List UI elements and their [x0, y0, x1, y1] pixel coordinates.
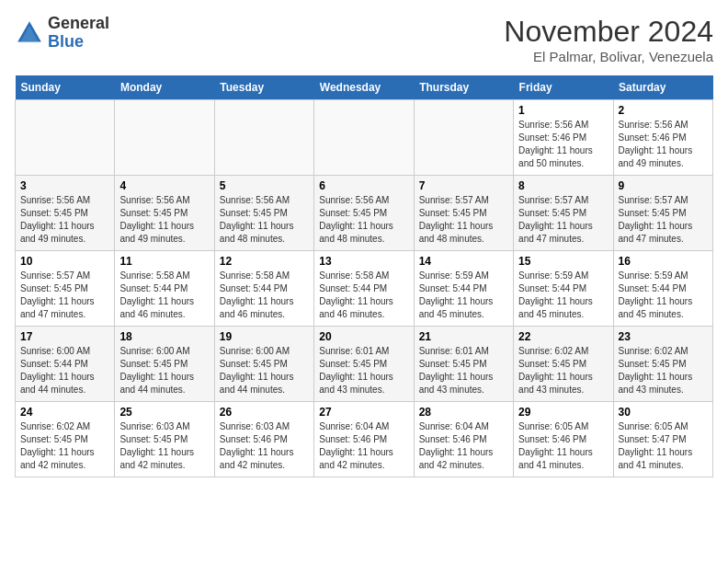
- weekday-header-tuesday: Tuesday: [214, 75, 313, 100]
- calendar-cell: 17Sunrise: 6:00 AM Sunset: 5:44 PM Dayli…: [16, 327, 115, 402]
- day-info: Sunrise: 5:57 AM Sunset: 5:45 PM Dayligh…: [518, 194, 608, 246]
- day-number: 19: [220, 330, 309, 343]
- day-info: Sunrise: 5:59 AM Sunset: 5:44 PM Dayligh…: [619, 270, 708, 321]
- day-number: 11: [119, 255, 209, 268]
- day-info: Sunrise: 5:58 AM Sunset: 5:44 PM Dayligh…: [119, 270, 209, 321]
- calendar-cell: [16, 100, 115, 176]
- calendar-cell: 6Sunrise: 5:56 AM Sunset: 5:45 PM Daylig…: [314, 176, 414, 251]
- calendar-table: SundayMondayTuesdayWednesdayThursdayFrid…: [15, 75, 713, 477]
- calendar-cell: 29Sunrise: 6:05 AM Sunset: 5:46 PM Dayli…: [514, 402, 613, 477]
- day-number: 5: [220, 179, 309, 192]
- day-number: 18: [119, 330, 209, 343]
- weekday-header-wednesday: Wednesday: [314, 75, 414, 100]
- calendar-cell: 12Sunrise: 5:58 AM Sunset: 5:44 PM Dayli…: [214, 251, 313, 327]
- weekday-header-thursday: Thursday: [414, 75, 513, 100]
- logo-icon: [15, 18, 44, 48]
- day-info: Sunrise: 6:02 AM Sunset: 5:45 PM Dayligh…: [518, 345, 608, 396]
- calendar-cell: 18Sunrise: 6:00 AM Sunset: 5:45 PM Dayli…: [115, 327, 214, 402]
- calendar-week-3: 10Sunrise: 5:57 AM Sunset: 5:45 PM Dayli…: [16, 251, 713, 327]
- day-number: 3: [20, 179, 109, 192]
- day-number: 22: [518, 330, 608, 343]
- calendar-cell: 19Sunrise: 6:00 AM Sunset: 5:45 PM Dayli…: [214, 327, 313, 402]
- day-info: Sunrise: 6:01 AM Sunset: 5:45 PM Dayligh…: [419, 345, 508, 396]
- calendar-cell: 1Sunrise: 5:56 AM Sunset: 5:46 PM Daylig…: [514, 100, 613, 176]
- day-number: 25: [119, 406, 209, 419]
- day-info: Sunrise: 6:02 AM Sunset: 5:45 PM Dayligh…: [619, 345, 708, 396]
- calendar-cell: 16Sunrise: 5:59 AM Sunset: 5:44 PM Dayli…: [613, 251, 712, 327]
- day-number: 12: [220, 255, 309, 268]
- day-number: 7: [419, 179, 508, 192]
- calendar-cell: 7Sunrise: 5:57 AM Sunset: 5:45 PM Daylig…: [414, 176, 513, 251]
- day-info: Sunrise: 5:56 AM Sunset: 5:46 PM Dayligh…: [518, 119, 608, 170]
- day-number: 26: [220, 406, 309, 419]
- calendar-cell: 15Sunrise: 5:59 AM Sunset: 5:44 PM Dayli…: [514, 251, 613, 327]
- weekday-header-saturday: Saturday: [613, 75, 712, 100]
- day-number: 27: [319, 406, 408, 419]
- calendar-cell: 4Sunrise: 5:56 AM Sunset: 5:45 PM Daylig…: [115, 176, 214, 251]
- day-info: Sunrise: 6:00 AM Sunset: 5:44 PM Dayligh…: [20, 345, 109, 396]
- day-number: 16: [619, 255, 708, 268]
- calendar-cell: [414, 100, 513, 176]
- calendar-cell: 10Sunrise: 5:57 AM Sunset: 5:45 PM Dayli…: [16, 251, 115, 327]
- day-number: 6: [319, 179, 408, 192]
- day-number: 13: [319, 255, 408, 268]
- logo-general: General: [48, 15, 109, 33]
- calendar-cell: 21Sunrise: 6:01 AM Sunset: 5:45 PM Dayli…: [414, 327, 513, 402]
- day-info: Sunrise: 6:05 AM Sunset: 5:47 PM Dayligh…: [619, 420, 708, 472]
- day-info: Sunrise: 6:00 AM Sunset: 5:45 PM Dayligh…: [220, 345, 309, 396]
- calendar-cell: 20Sunrise: 6:01 AM Sunset: 5:45 PM Dayli…: [314, 327, 414, 402]
- day-info: Sunrise: 5:59 AM Sunset: 5:44 PM Dayligh…: [419, 270, 508, 321]
- day-number: 21: [419, 330, 508, 343]
- logo-blue: Blue: [48, 33, 109, 52]
- day-number: 20: [319, 330, 408, 343]
- day-number: 9: [619, 179, 708, 192]
- day-info: Sunrise: 5:56 AM Sunset: 5:45 PM Dayligh…: [20, 194, 109, 246]
- calendar-week-1: 1Sunrise: 5:56 AM Sunset: 5:46 PM Daylig…: [16, 100, 713, 176]
- day-number: 8: [518, 179, 608, 192]
- day-number: 2: [619, 104, 708, 117]
- day-number: 14: [419, 255, 508, 268]
- day-number: 10: [20, 255, 109, 268]
- calendar-cell: 11Sunrise: 5:58 AM Sunset: 5:44 PM Dayli…: [115, 251, 214, 327]
- day-number: 30: [619, 406, 708, 419]
- day-info: Sunrise: 6:03 AM Sunset: 5:45 PM Dayligh…: [119, 420, 209, 472]
- day-number: 17: [20, 330, 109, 343]
- calendar-week-2: 3Sunrise: 5:56 AM Sunset: 5:45 PM Daylig…: [16, 176, 713, 251]
- day-info: Sunrise: 5:56 AM Sunset: 5:46 PM Dayligh…: [619, 119, 708, 170]
- calendar-cell: 9Sunrise: 5:57 AM Sunset: 5:45 PM Daylig…: [613, 176, 712, 251]
- weekday-header-sunday: Sunday: [16, 75, 115, 100]
- calendar-cell: 30Sunrise: 6:05 AM Sunset: 5:47 PM Dayli…: [613, 402, 712, 477]
- day-info: Sunrise: 5:58 AM Sunset: 5:44 PM Dayligh…: [220, 270, 309, 321]
- calendar-week-5: 24Sunrise: 6:02 AM Sunset: 5:45 PM Dayli…: [16, 402, 713, 477]
- calendar-cell: 2Sunrise: 5:56 AM Sunset: 5:46 PM Daylig…: [613, 100, 712, 176]
- calendar-cell: 3Sunrise: 5:56 AM Sunset: 5:45 PM Daylig…: [16, 176, 115, 251]
- title-block: November 2024 El Palmar, Bolivar, Venezu…: [504, 15, 713, 64]
- day-info: Sunrise: 5:57 AM Sunset: 5:45 PM Dayligh…: [619, 194, 708, 246]
- weekday-header-friday: Friday: [514, 75, 613, 100]
- day-info: Sunrise: 6:00 AM Sunset: 5:45 PM Dayligh…: [119, 345, 209, 396]
- day-info: Sunrise: 6:01 AM Sunset: 5:45 PM Dayligh…: [319, 345, 408, 396]
- calendar-cell: 14Sunrise: 5:59 AM Sunset: 5:44 PM Dayli…: [414, 251, 513, 327]
- calendar-cell: 8Sunrise: 5:57 AM Sunset: 5:45 PM Daylig…: [514, 176, 613, 251]
- day-info: Sunrise: 6:05 AM Sunset: 5:46 PM Dayligh…: [518, 420, 608, 472]
- calendar-cell: 25Sunrise: 6:03 AM Sunset: 5:45 PM Dayli…: [115, 402, 214, 477]
- calendar-cell: 5Sunrise: 5:56 AM Sunset: 5:45 PM Daylig…: [214, 176, 313, 251]
- calendar-cell: [214, 100, 313, 176]
- calendar-cell: 27Sunrise: 6:04 AM Sunset: 5:46 PM Dayli…: [314, 402, 414, 477]
- day-info: Sunrise: 5:59 AM Sunset: 5:44 PM Dayligh…: [518, 270, 608, 321]
- calendar-cell: 24Sunrise: 6:02 AM Sunset: 5:45 PM Dayli…: [16, 402, 115, 477]
- day-number: 28: [419, 406, 508, 419]
- month-title: November 2024: [504, 15, 713, 49]
- day-info: Sunrise: 5:56 AM Sunset: 5:45 PM Dayligh…: [119, 194, 209, 246]
- calendar-cell: 28Sunrise: 6:04 AM Sunset: 5:46 PM Dayli…: [414, 402, 513, 477]
- calendar-cell: 23Sunrise: 6:02 AM Sunset: 5:45 PM Dayli…: [613, 327, 712, 402]
- weekday-header-monday: Monday: [115, 75, 214, 100]
- day-info: Sunrise: 5:56 AM Sunset: 5:45 PM Dayligh…: [220, 194, 309, 246]
- calendar-cell: [314, 100, 414, 176]
- calendar-cell: [115, 100, 214, 176]
- day-number: 23: [619, 330, 708, 343]
- day-number: 24: [20, 406, 109, 419]
- day-info: Sunrise: 5:57 AM Sunset: 5:45 PM Dayligh…: [419, 194, 508, 246]
- calendar-cell: 26Sunrise: 6:03 AM Sunset: 5:46 PM Dayli…: [214, 402, 313, 477]
- day-number: 1: [518, 104, 608, 117]
